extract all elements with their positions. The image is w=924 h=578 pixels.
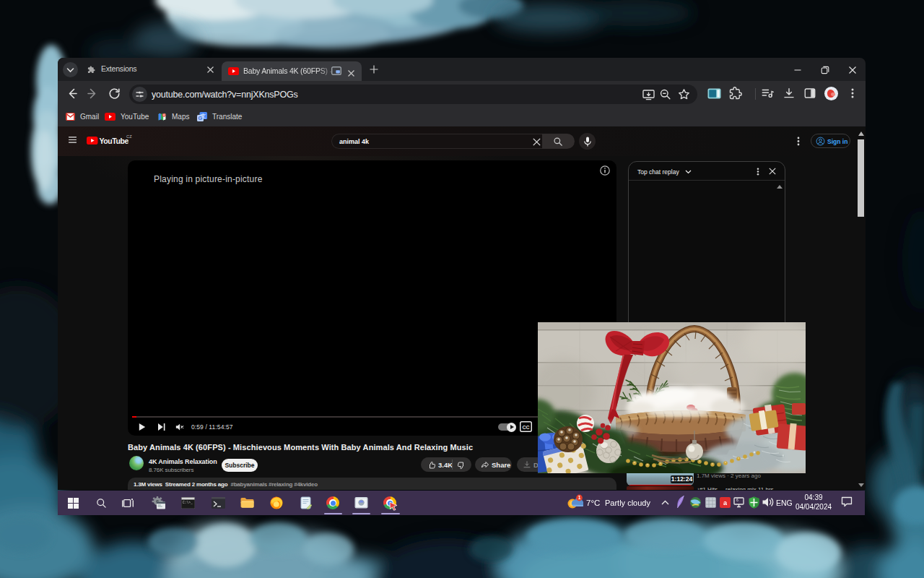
svg-text:YouTube: YouTube [100, 137, 129, 145]
svg-text:1: 1 [578, 495, 581, 500]
svg-text:G: G [199, 115, 203, 121]
svg-text:C:\>_: C:\>_ [183, 501, 193, 504]
svg-text:6: 6 [736, 498, 738, 502]
svg-text:CC: CC [522, 425, 529, 430]
